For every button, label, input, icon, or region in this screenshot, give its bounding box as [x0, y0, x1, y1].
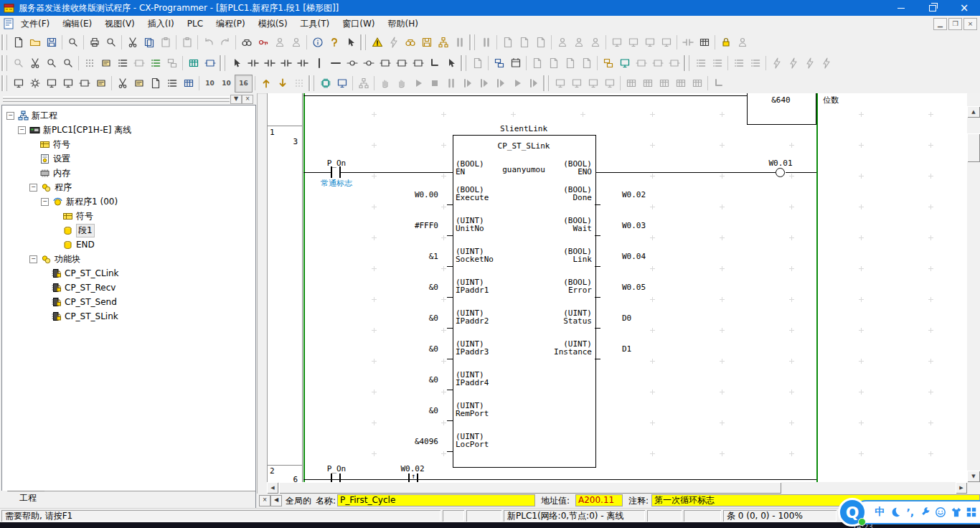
- scan-run-button[interactable]: [525, 75, 542, 92]
- tree-item-cp-st-slink[interactable]: CP_ST_SLink: [41, 309, 118, 324]
- ime-toolbox-wrench-icon[interactable]: [919, 506, 932, 519]
- tree-expander-icon[interactable]: −: [29, 184, 37, 192]
- return-button[interactable]: [710, 75, 727, 92]
- step-out-button[interactable]: [492, 75, 509, 92]
- undo-button[interactable]: [200, 34, 217, 50]
- menu-item-2[interactable]: 编辑(E): [56, 16, 98, 32]
- compile-view-button[interactable]: [65, 34, 81, 50]
- simulator-network-button[interactable]: [355, 75, 372, 92]
- indent-button[interactable]: [709, 55, 725, 71]
- toolbar-gripper[interactable]: [462, 55, 466, 71]
- transfer-to-plc-button[interactable]: [258, 75, 274, 92]
- fb-input-operand-unitno[interactable]: #FFF0: [354, 222, 438, 230]
- toolbar-gripper[interactable]: [685, 55, 689, 71]
- fb-input-operand-remport[interactable]: &0: [354, 407, 438, 415]
- mark2-button[interactable]: [785, 55, 801, 71]
- rung-comment-button[interactable]: [98, 55, 114, 71]
- program-view3-button[interactable]: [532, 34, 549, 50]
- df4-button[interactable]: [672, 75, 689, 92]
- tree-expander-icon[interactable]: −: [6, 112, 14, 120]
- rung-wrap-button[interactable]: [147, 55, 164, 71]
- select-mode-button[interactable]: [228, 55, 245, 71]
- fb-input-operand-locport[interactable]: &4096: [354, 438, 438, 446]
- program-view1-button[interactable]: [499, 34, 516, 50]
- menu-item-9[interactable]: 窗口(W): [336, 16, 381, 32]
- used-report-button[interactable]: [164, 75, 180, 92]
- mark3-button[interactable]: [801, 55, 818, 71]
- find-symbol-button[interactable]: [271, 34, 288, 50]
- online-edit-begin-button[interactable]: [554, 34, 570, 50]
- outdent-button[interactable]: [692, 55, 709, 71]
- window2-button[interactable]: [649, 55, 666, 71]
- pmon4-button[interactable]: [601, 75, 618, 92]
- fb-input-operand-ipaddr3[interactable]: &0: [354, 345, 438, 354]
- hscroll-thumb[interactable]: [279, 482, 781, 494]
- properties-button[interactable]: [93, 75, 109, 92]
- retrace-button[interactable]: [288, 34, 304, 50]
- menu-item-1[interactable]: 文件(F): [14, 16, 56, 32]
- tree-item-cp-st-clink[interactable]: CP_ST_CLink: [41, 266, 119, 280]
- mdi-restore-button[interactable]: ❒: [948, 18, 962, 30]
- show-rung-annotation-button[interactable]: [114, 55, 131, 71]
- transfer-from-plc-button[interactable]: [274, 75, 291, 92]
- tree-item-program-symbols[interactable]: 符号: [52, 209, 93, 223]
- monitor-window4-button[interactable]: [658, 34, 674, 50]
- menu-item-4[interactable]: 插入(I): [141, 16, 181, 32]
- pmon2-button[interactable]: [568, 75, 585, 92]
- new-closed-coil-button[interactable]: [360, 55, 377, 71]
- fb-output-operand-link[interactable]: W0.04: [622, 253, 708, 261]
- fb-input-operand-ipaddr2[interactable]: &0: [354, 314, 438, 323]
- menu-item-10[interactable]: 帮助(H): [382, 16, 425, 32]
- df2-button[interactable]: [639, 75, 656, 92]
- output-window-button[interactable]: [60, 75, 76, 92]
- coil-w0-01[interactable]: [776, 168, 785, 177]
- tree-item-symbols[interactable]: 符号: [29, 137, 70, 151]
- line-connect-button[interactable]: [426, 55, 443, 71]
- io-comment-button[interactable]: [616, 55, 633, 71]
- fb-input-operand-ipaddr4[interactable]: &0: [354, 376, 438, 385]
- help-button[interactable]: [326, 34, 342, 50]
- ime-fullhalf-moon-icon[interactable]: [889, 506, 902, 519]
- df5-button[interactable]: [689, 75, 705, 92]
- tree-item-cp-st-send[interactable]: CP_ST_Send: [41, 295, 117, 309]
- monitor-decimal-button[interactable]: 10: [202, 75, 218, 92]
- sort-descending-button[interactable]: [747, 55, 763, 71]
- mdi-document-icon[interactable]: [3, 18, 14, 29]
- work-online-simulator-button[interactable]: [334, 75, 350, 92]
- toolbar-gripper[interactable]: [3, 75, 7, 91]
- show-window-button[interactable]: [10, 75, 27, 92]
- edit3-button[interactable]: [562, 55, 578, 71]
- pmon1-button[interactable]: [552, 75, 568, 92]
- program-view2-button[interactable]: [516, 34, 532, 50]
- contact-p-on-left-bar[interactable]: [331, 166, 332, 178]
- tree-expander-icon[interactable]: −: [18, 126, 26, 134]
- set-password-button[interactable]: [717, 34, 734, 50]
- run-button[interactable]: [410, 75, 426, 92]
- scroll-left-icon[interactable]: ◀: [267, 482, 278, 494]
- df3-button[interactable]: [656, 75, 672, 92]
- close-button[interactable]: ×: [948, 0, 980, 16]
- tree-item-new-project[interactable]: −新工程: [6, 108, 57, 123]
- line-delete-button[interactable]: [443, 55, 459, 71]
- menu-item-7[interactable]: 模拟(S): [252, 16, 294, 32]
- sort-ascending-button[interactable]: [730, 55, 747, 71]
- fb-output-operand-instance[interactable]: D1: [622, 345, 708, 354]
- tree-item-new-plc1[interactable]: −新PLC1[CP1H-E] 离线: [18, 123, 131, 137]
- mark4-button[interactable]: [818, 55, 834, 71]
- new-or-closed-contact-button[interactable]: [294, 55, 311, 71]
- new-horizontal-button[interactable]: [327, 55, 344, 71]
- step-run-button[interactable]: [459, 75, 476, 92]
- zoom-fit-button[interactable]: [10, 55, 27, 71]
- monitor-hex-button[interactable]: 16: [235, 75, 253, 93]
- fb-output-operand-status[interactable]: D0: [622, 314, 708, 323]
- new-closed-contact-button[interactable]: [261, 55, 278, 71]
- step-in-button[interactable]: [476, 75, 492, 92]
- new-contact-button[interactable]: [245, 55, 261, 71]
- compare-with-plc-button[interactable]: [291, 75, 307, 92]
- watch-window-button[interactable]: [507, 55, 524, 71]
- scroll-right-icon[interactable]: ▶: [956, 482, 967, 494]
- tree-item-end[interactable]: END: [52, 237, 95, 252]
- ime-skin-shirt-icon[interactable]: [950, 506, 963, 519]
- copy-button[interactable]: [141, 34, 157, 50]
- compile-program-button[interactable]: [369, 34, 385, 50]
